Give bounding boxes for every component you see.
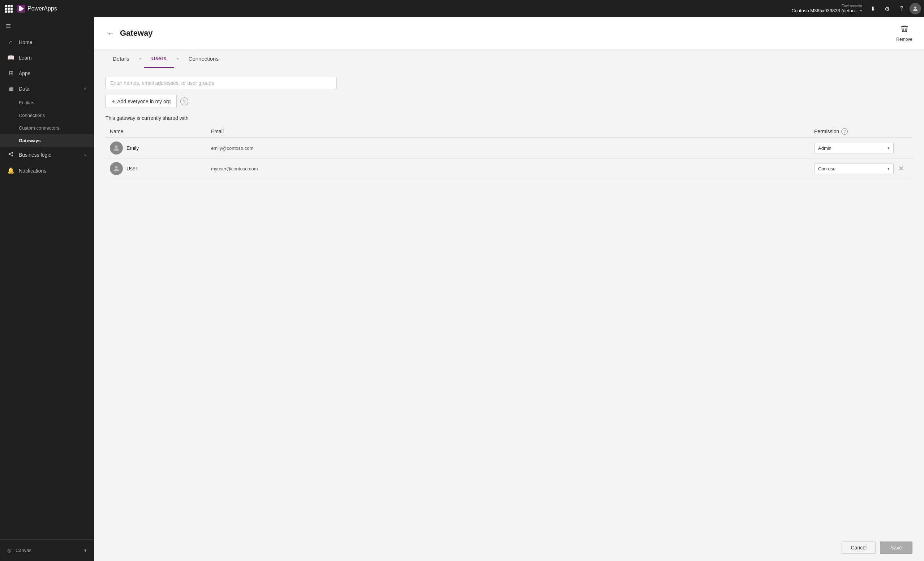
tab-users[interactable]: Users [144,49,174,68]
svg-point-4 [12,152,14,154]
action-row: Cancel Save [94,534,924,561]
waffle-icon [5,5,13,13]
cancel-button[interactable]: Cancel [842,542,876,554]
environment-chevron-icon: ▾ [860,9,862,13]
users-panel: + Add everyone in my org ? This gateway … [94,68,924,534]
sidebar-bottom: ◎ Canvas ▾ [0,539,94,561]
sidebar-item-data[interactable]: ▦ Data ∧ [0,81,94,96]
avatar[interactable] [909,3,921,15]
business-logic-chevron-icon: ∨ [84,153,87,157]
app-logo[interactable]: PowerApps [17,5,57,13]
permission-dropdown-emily[interactable]: Admin ▾ [814,143,894,153]
user-cell-user: User [110,162,211,175]
page-header-left: ← Gateway [105,28,153,39]
main-body: ☰ ⌂ Home 📖 Learn ⊞ Apps ▦ Data ∧ Entitie… [0,17,924,561]
permission-help-icon[interactable]: ? [841,128,848,135]
save-button[interactable]: Save [880,542,912,554]
environment-label: Environment [842,4,862,8]
tab-bar: Details Users Connections [94,49,924,68]
table-row: Emily emily@contoso.com Admin ▾ ✕ [105,138,912,159]
svg-point-5 [12,155,14,157]
custom-connectors-label: Custom connectors [19,125,59,131]
sidebar-item-learn[interactable]: 📖 Learn [0,50,94,65]
data-icon: ▦ [7,85,15,92]
svg-point-3 [9,153,10,155]
sidebar-item-label: Business logic [19,152,80,158]
waffle-button[interactable] [3,3,15,15]
apps-icon: ⊞ [7,70,15,76]
sidebar-item-home[interactable]: ⌂ Home [0,34,94,50]
permission-chevron-user: ▾ [888,166,890,171]
learn-icon: 📖 [7,54,15,61]
permission-value-emily: Admin [818,145,831,151]
user-email-emily: emily@contoso.com [211,145,814,151]
shared-table: Name Email Permission ? Emily [105,125,912,179]
table-row: User myuser@contoso.com Can use ▾ ✕ [105,159,912,179]
user-avatar-user [110,162,123,175]
gateways-label: Gateways [19,138,41,143]
svg-rect-0 [19,6,21,11]
data-chevron-icon: ∧ [84,86,87,91]
help-button[interactable]: ? [895,2,908,15]
sidebar-item-business-logic[interactable]: Business logic ∨ [0,147,94,163]
environment-name: Contoso M365x933833 (defau... ▾ [791,8,862,13]
col-permission-header: Permission ? [814,128,894,135]
sidebar-item-apps[interactable]: ⊞ Apps [0,65,94,81]
col-email-header: Email [211,129,814,134]
topnav-right: Environment Contoso M365x933833 (defau..… [791,2,921,15]
sidebar: ☰ ⌂ Home 📖 Learn ⊞ Apps ▦ Data ∧ Entitie… [0,17,94,561]
plus-icon: + [112,98,115,105]
add-everyone-row: + Add everyone in my org ? [105,95,912,108]
sidebar-item-label: Notifications [19,168,87,174]
topnav: PowerApps Environment Contoso M365x93383… [0,0,924,17]
permission-chevron-emily: ▾ [888,146,890,151]
user-email-user: myuser@contoso.com [211,166,814,172]
sidebar-item-entities[interactable]: Entities [0,96,94,109]
sidebar-hamburger[interactable]: ☰ [0,17,94,34]
remove-button[interactable]: Remove [896,25,912,42]
svg-point-2 [914,6,916,9]
sidebar-item-connections[interactable]: Connections [0,109,94,122]
sidebar-bottom-canvas[interactable]: ◎ Canvas ▾ [0,544,94,557]
svg-marker-1 [21,6,24,11]
download-button[interactable]: ⬇ [866,2,879,15]
svg-line-7 [10,154,11,155]
logo-icon [17,5,25,13]
connections-label: Connections [19,113,45,118]
sidebar-item-gateways[interactable]: Gateways [0,134,94,147]
permission-dropdown-user[interactable]: Can use ▾ [814,163,894,174]
remove-user-user[interactable]: ✕ [894,165,908,172]
canvas-chevron-icon: ▾ [84,548,87,553]
environment-selector[interactable]: Environment Contoso M365x933833 (defau..… [791,4,862,13]
shared-with-text: This gateway is currently shared with [105,115,912,121]
trash-icon [900,25,909,35]
user-name-user: User [126,166,137,172]
svg-point-9 [115,166,117,169]
entities-label: Entities [19,100,34,105]
svg-line-6 [10,153,11,154]
content-area: ← Gateway Remove Details Users [94,17,924,561]
permission-value-user: Can use [818,166,836,172]
sidebar-item-label: Apps [19,70,87,76]
sidebar-item-custom-connectors[interactable]: Custom connectors [0,122,94,134]
sidebar-item-notifications[interactable]: 🔔 Notifications [0,163,94,178]
add-everyone-button[interactable]: + Add everyone in my org [105,95,177,108]
user-cell-emily: Emily [110,142,211,154]
home-icon: ⌂ [7,39,15,45]
col-name-header: Name [110,129,211,134]
tab-details[interactable]: Details [105,50,136,67]
app-name: PowerApps [27,5,57,12]
svg-point-8 [115,145,117,148]
sidebar-item-label: Home [19,39,87,45]
add-everyone-label: Add everyone in my org [117,99,171,104]
search-input[interactable] [110,80,332,86]
table-header: Name Email Permission ? [105,125,912,138]
settings-button[interactable]: ⚙ [880,2,894,15]
help-circle-icon[interactable]: ? [180,97,188,105]
tab-connections[interactable]: Connections [182,50,226,67]
canvas-icon: ◎ [7,548,11,553]
page-title: Gateway [120,28,153,38]
user-name-emily: Emily [126,145,139,151]
remove-label: Remove [896,37,912,42]
back-button[interactable]: ← [105,28,116,39]
